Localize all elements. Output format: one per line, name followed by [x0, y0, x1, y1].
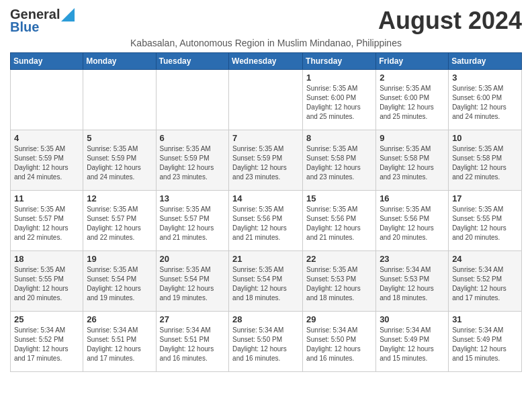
- calendar-cell: 6Sunrise: 5:35 AM Sunset: 5:59 PM Daylig…: [156, 130, 229, 191]
- day-info: Sunrise: 5:35 AM Sunset: 5:54 PM Dayligh…: [160, 265, 226, 303]
- calendar-cell: 28Sunrise: 5:34 AM Sunset: 5:50 PM Dayli…: [229, 312, 303, 372]
- calendar-cell: 22Sunrise: 5:35 AM Sunset: 5:53 PM Dayli…: [303, 251, 376, 312]
- day-info: Sunrise: 5:35 AM Sunset: 5:54 PM Dayligh…: [232, 265, 299, 303]
- calendar-cell: 10Sunrise: 5:35 AM Sunset: 5:58 PM Dayli…: [449, 130, 522, 191]
- calendar-header-row: SundayMondayTuesdayWednesdayThursdayFrid…: [11, 53, 522, 70]
- calendar-cell: 4Sunrise: 5:35 AM Sunset: 5:59 PM Daylig…: [11, 130, 83, 191]
- day-info: Sunrise: 5:35 AM Sunset: 5:58 PM Dayligh…: [452, 144, 518, 182]
- day-number: 25: [14, 314, 79, 324]
- calendar-header-friday: Friday: [376, 53, 449, 70]
- day-number: 6: [160, 133, 226, 143]
- calendar-cell: 5Sunrise: 5:35 AM Sunset: 5:59 PM Daylig…: [83, 130, 156, 191]
- day-info: Sunrise: 5:34 AM Sunset: 5:52 PM Dayligh…: [452, 265, 518, 303]
- calendar-cell: 24Sunrise: 5:34 AM Sunset: 5:52 PM Dayli…: [449, 251, 522, 312]
- calendar-cell: 17Sunrise: 5:35 AM Sunset: 5:55 PM Dayli…: [449, 191, 522, 251]
- calendar-cell: [83, 70, 156, 130]
- day-number: 12: [87, 193, 152, 203]
- calendar-cell: 15Sunrise: 5:35 AM Sunset: 5:56 PM Dayli…: [303, 191, 376, 251]
- day-number: 7: [232, 133, 299, 143]
- calendar-cell: 31Sunrise: 5:34 AM Sunset: 5:49 PM Dayli…: [449, 312, 522, 372]
- logo: General Blue: [10, 7, 75, 35]
- day-info: Sunrise: 5:35 AM Sunset: 5:57 PM Dayligh…: [160, 205, 226, 242]
- subtitle: Kabasalan, Autonomous Region in Muslim M…: [10, 38, 522, 48]
- calendar-header-monday: Monday: [83, 53, 156, 70]
- day-info: Sunrise: 5:34 AM Sunset: 5:53 PM Dayligh…: [380, 265, 445, 303]
- day-info: Sunrise: 5:34 AM Sunset: 5:50 PM Dayligh…: [306, 326, 372, 363]
- day-number: 9: [380, 133, 445, 143]
- calendar-cell: [229, 70, 303, 130]
- calendar-header-sunday: Sunday: [11, 53, 83, 70]
- calendar-cell: 3Sunrise: 5:35 AM Sunset: 6:00 PM Daylig…: [449, 70, 522, 130]
- calendar-week-5: 25Sunrise: 5:34 AM Sunset: 5:52 PM Dayli…: [11, 312, 522, 372]
- calendar-cell: 7Sunrise: 5:35 AM Sunset: 5:59 PM Daylig…: [229, 130, 303, 191]
- calendar-cell: 8Sunrise: 5:35 AM Sunset: 5:58 PM Daylig…: [303, 130, 376, 191]
- day-number: 23: [380, 254, 445, 264]
- day-number: 4: [14, 133, 79, 143]
- calendar-cell: 2Sunrise: 5:35 AM Sunset: 6:00 PM Daylig…: [376, 70, 449, 130]
- day-number: 14: [232, 193, 299, 203]
- day-number: 10: [452, 133, 518, 143]
- day-info: Sunrise: 5:35 AM Sunset: 5:55 PM Dayligh…: [14, 265, 79, 303]
- day-info: Sunrise: 5:35 AM Sunset: 5:54 PM Dayligh…: [87, 265, 152, 303]
- day-info: Sunrise: 5:34 AM Sunset: 5:51 PM Dayligh…: [87, 326, 152, 363]
- day-number: 24: [452, 254, 518, 264]
- day-number: 18: [14, 254, 79, 264]
- calendar-cell: 20Sunrise: 5:35 AM Sunset: 5:54 PM Dayli…: [156, 251, 229, 312]
- day-number: 3: [452, 73, 518, 83]
- calendar-cell: 25Sunrise: 5:34 AM Sunset: 5:52 PM Dayli…: [11, 312, 83, 372]
- calendar-week-4: 18Sunrise: 5:35 AM Sunset: 5:55 PM Dayli…: [11, 251, 522, 312]
- calendar-cell: [156, 70, 229, 130]
- day-number: 27: [160, 314, 226, 324]
- day-number: 1: [306, 73, 372, 83]
- calendar-cell: 30Sunrise: 5:34 AM Sunset: 5:49 PM Dayli…: [376, 312, 449, 372]
- calendar-header-wednesday: Wednesday: [229, 53, 303, 70]
- day-number: 15: [306, 193, 372, 203]
- day-number: 29: [306, 314, 372, 324]
- day-info: Sunrise: 5:35 AM Sunset: 5:59 PM Dayligh…: [14, 144, 79, 182]
- day-number: 31: [452, 314, 518, 324]
- day-number: 30: [380, 314, 445, 324]
- calendar-cell: 11Sunrise: 5:35 AM Sunset: 5:57 PM Dayli…: [11, 191, 83, 251]
- day-info: Sunrise: 5:35 AM Sunset: 5:55 PM Dayligh…: [452, 205, 518, 242]
- calendar-cell: 18Sunrise: 5:35 AM Sunset: 5:55 PM Dayli…: [11, 251, 83, 312]
- calendar-week-2: 4Sunrise: 5:35 AM Sunset: 5:59 PM Daylig…: [11, 130, 522, 191]
- day-info: Sunrise: 5:35 AM Sunset: 6:00 PM Dayligh…: [380, 84, 445, 122]
- day-info: Sunrise: 5:35 AM Sunset: 5:59 PM Dayligh…: [160, 144, 226, 182]
- calendar-header-saturday: Saturday: [449, 53, 522, 70]
- calendar-week-1: 1Sunrise: 5:35 AM Sunset: 6:00 PM Daylig…: [11, 70, 522, 130]
- day-info: Sunrise: 5:34 AM Sunset: 5:49 PM Dayligh…: [452, 326, 518, 363]
- day-number: 21: [232, 254, 299, 264]
- calendar-cell: 26Sunrise: 5:34 AM Sunset: 5:51 PM Dayli…: [83, 312, 156, 372]
- day-number: 19: [87, 254, 152, 264]
- day-number: 13: [160, 193, 226, 203]
- month-title: August 2024: [378, 7, 522, 35]
- day-info: Sunrise: 5:35 AM Sunset: 6:00 PM Dayligh…: [452, 84, 518, 122]
- calendar-cell: 12Sunrise: 5:35 AM Sunset: 5:57 PM Dayli…: [83, 191, 156, 251]
- day-info: Sunrise: 5:34 AM Sunset: 5:49 PM Dayligh…: [380, 326, 445, 363]
- logo-blue: Blue: [10, 19, 39, 35]
- day-number: 22: [306, 254, 372, 264]
- day-number: 11: [14, 193, 79, 203]
- calendar-cell: 13Sunrise: 5:35 AM Sunset: 5:57 PM Dayli…: [156, 191, 229, 251]
- day-info: Sunrise: 5:34 AM Sunset: 5:52 PM Dayligh…: [14, 326, 79, 363]
- day-info: Sunrise: 5:35 AM Sunset: 5:58 PM Dayligh…: [380, 144, 445, 182]
- day-number: 2: [380, 73, 445, 83]
- calendar-cell: 19Sunrise: 5:35 AM Sunset: 5:54 PM Dayli…: [83, 251, 156, 312]
- day-info: Sunrise: 5:34 AM Sunset: 5:51 PM Dayligh…: [160, 326, 226, 363]
- day-number: 5: [87, 133, 152, 143]
- calendar-body: 1Sunrise: 5:35 AM Sunset: 6:00 PM Daylig…: [11, 70, 522, 372]
- day-number: 28: [232, 314, 299, 324]
- day-info: Sunrise: 5:35 AM Sunset: 5:57 PM Dayligh…: [87, 205, 152, 242]
- calendar-cell: 9Sunrise: 5:35 AM Sunset: 5:58 PM Daylig…: [376, 130, 449, 191]
- calendar-cell: 16Sunrise: 5:35 AM Sunset: 5:56 PM Dayli…: [376, 191, 449, 251]
- calendar-header-thursday: Thursday: [303, 53, 376, 70]
- day-info: Sunrise: 5:35 AM Sunset: 5:57 PM Dayligh…: [14, 205, 79, 242]
- calendar-cell: 27Sunrise: 5:34 AM Sunset: 5:51 PM Dayli…: [156, 312, 229, 372]
- svg-marker-0: [61, 8, 75, 21]
- calendar-table: SundayMondayTuesdayWednesdayThursdayFrid…: [10, 52, 522, 372]
- calendar-cell: 21Sunrise: 5:35 AM Sunset: 5:54 PM Dayli…: [229, 251, 303, 312]
- day-number: 8: [306, 133, 372, 143]
- day-info: Sunrise: 5:35 AM Sunset: 5:58 PM Dayligh…: [306, 144, 372, 182]
- calendar-header-tuesday: Tuesday: [156, 53, 229, 70]
- day-info: Sunrise: 5:35 AM Sunset: 5:59 PM Dayligh…: [87, 144, 152, 182]
